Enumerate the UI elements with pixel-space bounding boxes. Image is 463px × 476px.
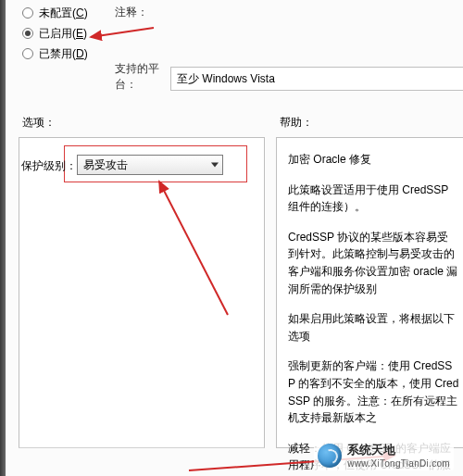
help-paragraph: 此策略设置适用于使用 CredSSP 组件的连接）。 — [288, 182, 459, 216]
watermark: 系统天地 www.XiTongTianDi.com — [314, 440, 454, 470]
watermark-logo-icon — [318, 444, 342, 468]
options-panel: 保护级别： 易受攻击 — [19, 137, 265, 448]
platform-label: 支持的平台： — [115, 61, 170, 93]
label-suffix: ) — [83, 27, 87, 40]
accel-key: E — [76, 27, 83, 40]
watermark-text: 系统天地 www.XiTongTianDi.com — [347, 442, 450, 469]
chevron-down-icon — [211, 163, 219, 168]
radio-indicator — [22, 48, 33, 59]
watermark-url: www.XiTongTianDi.com — [347, 458, 450, 469]
note-row: 注释： — [6, 0, 167, 24]
protection-level-dropdown[interactable]: 易受攻击 — [77, 155, 223, 175]
dropdown-value: 易受攻击 — [83, 157, 128, 173]
label-suffix: ) — [84, 47, 88, 60]
help-title: 加密 Oracle 修复 — [288, 151, 459, 169]
help-panel: 加密 Oracle 修复 此策略设置适用于使用 CredSSP 组件的连接）。 … — [276, 137, 463, 448]
section-headers: 选项： 帮助： — [22, 115, 463, 131]
label-text: 已启用( — [39, 27, 76, 40]
radio-label: 已启用(E) — [39, 26, 87, 42]
radio-indicator — [22, 28, 33, 39]
help-header: 帮助： — [280, 115, 313, 131]
platform-row: 支持的平台： — [6, 65, 170, 89]
accel-key: D — [76, 47, 84, 60]
radio-enabled[interactable]: 已启用(E) — [22, 24, 463, 43]
options-header: 选项： — [22, 115, 280, 131]
platform-value: 至少 Windows Vista — [177, 72, 275, 85]
supported-platform-box: 至少 Windows Vista — [170, 67, 463, 91]
help-paragraph: 如果启用此策略设置，将根据以下选项 — [288, 310, 459, 344]
dialog-content: 未配置(C) 已启用(E) 已禁用(D) 注释： 支持的平台： 至少 Windo… — [6, 0, 463, 476]
protection-level-label: 保护级别： — [21, 158, 77, 174]
radio-disabled[interactable]: 已禁用(D) — [22, 44, 463, 63]
note-label: 注释： — [115, 5, 167, 20]
watermark-name: 系统天地 — [347, 442, 450, 458]
label-text: 已禁用( — [39, 47, 76, 60]
help-paragraph: 强制更新的客户端：使用 CredSSP 的客到不安全的版本，使用 CredSSP… — [288, 357, 459, 426]
help-paragraph: CredSSP 协议的某些版本容易受到针对。此策略控制与易受攻击的客户端和服务你… — [288, 229, 459, 297]
radio-label: 已禁用(D) — [39, 46, 88, 62]
